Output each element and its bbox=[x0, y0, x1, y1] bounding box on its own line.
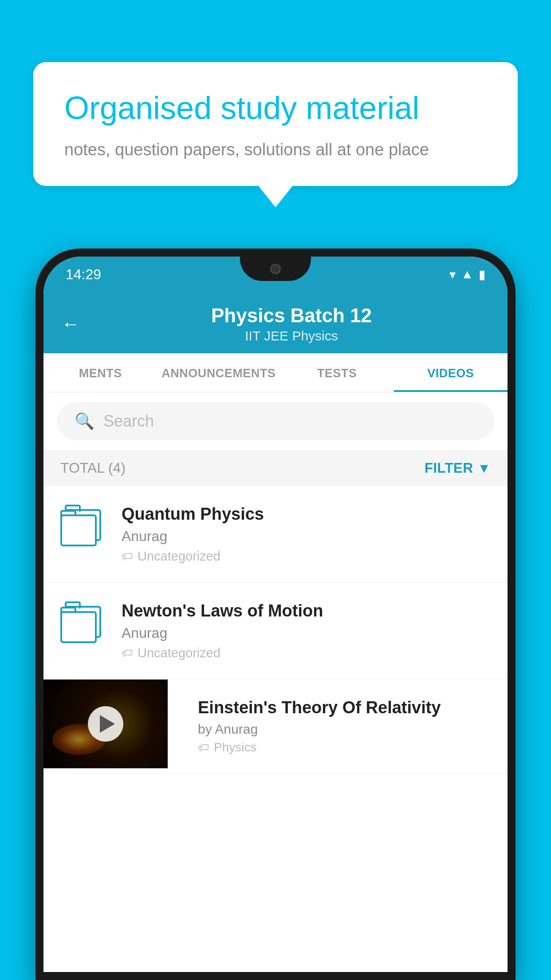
video-author: Anurag bbox=[122, 528, 491, 545]
folder-front bbox=[60, 611, 97, 643]
phone-screen: 14:29 ▾ ▲ ▮ ← Physics Batch 12 IIT JEE P… bbox=[43, 257, 508, 972]
search-placeholder: Search bbox=[103, 412, 154, 431]
list-item[interactable]: Newton's Laws of Motion Anurag 🏷 Uncateg… bbox=[43, 583, 508, 680]
tag-icon: 🏷 bbox=[122, 646, 133, 660]
video-thumbnail bbox=[43, 680, 168, 768]
tag-label: Uncategorized bbox=[138, 549, 220, 564]
folder-front bbox=[60, 514, 97, 546]
batch-subtitle: IIT JEE Physics bbox=[93, 328, 490, 344]
folder-icon bbox=[60, 601, 105, 646]
tag-icon: 🏷 bbox=[122, 549, 133, 563]
batch-title: Physics Batch 12 bbox=[93, 304, 490, 327]
list-item[interactable]: Quantum Physics Anurag 🏷 Uncategorized bbox=[43, 486, 508, 583]
camera bbox=[270, 264, 281, 274]
battery-icon: ▮ bbox=[479, 267, 485, 282]
speech-bubble-title: Organised study material bbox=[64, 89, 487, 127]
search-container: 🔍 Search bbox=[43, 392, 508, 450]
tab-announcements[interactable]: ANNOUNCEMENTS bbox=[157, 353, 280, 392]
play-icon bbox=[100, 715, 115, 733]
notch bbox=[240, 257, 311, 281]
play-button[interactable] bbox=[88, 706, 123, 742]
tabs-container: MENTS ANNOUNCEMENTS TESTS VIDEOS bbox=[43, 353, 508, 392]
search-bar[interactable]: 🔍 Search bbox=[57, 402, 494, 440]
tab-videos[interactable]: VIDEOS bbox=[394, 353, 508, 392]
tag-icon: 🏷 bbox=[198, 741, 209, 755]
folder-icon bbox=[60, 505, 105, 549]
filter-icon: ▼ bbox=[477, 461, 491, 476]
total-count: TOTAL (4) bbox=[60, 460, 126, 476]
tab-assignments[interactable]: MENTS bbox=[43, 353, 157, 392]
item-content: Einstein's Theory Of Relativity by Anura… bbox=[185, 680, 508, 773]
video-title: Einstein's Theory Of Relativity bbox=[198, 698, 494, 717]
app-header: ← Physics Batch 12 IIT JEE Physics bbox=[43, 292, 508, 353]
status-time: 14:29 bbox=[66, 266, 101, 283]
status-bar: 14:29 ▾ ▲ ▮ bbox=[43, 257, 508, 292]
item-content: Quantum Physics Anurag 🏷 Uncategorized bbox=[122, 505, 491, 564]
item-icon-area bbox=[60, 505, 105, 549]
filter-bar: TOTAL (4) FILTER ▼ bbox=[43, 450, 508, 486]
search-icon: 🔍 bbox=[75, 412, 94, 431]
status-icons: ▾ ▲ ▮ bbox=[449, 267, 485, 282]
video-author: Anurag bbox=[122, 625, 491, 641]
phone-frame: 14:29 ▾ ▲ ▮ ← Physics Batch 12 IIT JEE P… bbox=[35, 249, 516, 980]
speech-bubble: Organised study material notes, question… bbox=[33, 62, 518, 186]
video-list: Quantum Physics Anurag 🏷 Uncategorized bbox=[43, 486, 508, 774]
wifi-icon: ▾ bbox=[449, 267, 456, 282]
filter-button[interactable]: FILTER ▼ bbox=[425, 460, 491, 476]
video-title: Quantum Physics bbox=[122, 505, 491, 524]
list-item[interactable]: Einstein's Theory Of Relativity by Anura… bbox=[43, 680, 508, 774]
video-tag: 🏷 Physics bbox=[198, 740, 494, 755]
tag-label: Physics bbox=[214, 740, 256, 755]
signal-icon: ▲ bbox=[461, 267, 473, 281]
filter-label: FILTER bbox=[425, 460, 473, 476]
tab-tests[interactable]: TESTS bbox=[280, 353, 394, 392]
video-title: Newton's Laws of Motion bbox=[122, 601, 491, 620]
video-tag: 🏷 Uncategorized bbox=[122, 549, 491, 564]
speech-bubble-subtitle: notes, question papers, solutions all at… bbox=[64, 140, 487, 159]
video-tag: 🏷 Uncategorized bbox=[122, 646, 491, 660]
item-content: Newton's Laws of Motion Anurag 🏷 Uncateg… bbox=[122, 601, 491, 660]
back-button[interactable]: ← bbox=[61, 313, 80, 335]
header-title-area: Physics Batch 12 IIT JEE Physics bbox=[93, 304, 490, 344]
tag-label: Uncategorized bbox=[138, 646, 220, 660]
speech-bubble-container: Organised study material notes, question… bbox=[33, 62, 518, 186]
video-author: by Anurag bbox=[198, 722, 494, 737]
item-icon-area bbox=[60, 601, 105, 646]
